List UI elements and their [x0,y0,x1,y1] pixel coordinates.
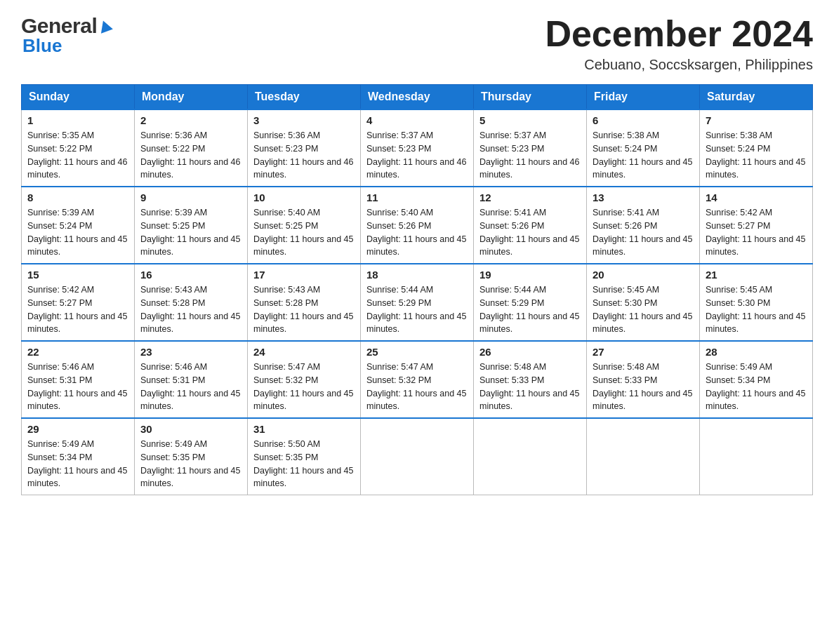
calendar-cell: 3 Sunrise: 5:36 AM Sunset: 5:23 PM Dayli… [248,109,361,187]
day-header-tuesday: Tuesday [248,85,361,110]
calendar-cell: 12 Sunrise: 5:41 AM Sunset: 5:26 PM Dayl… [474,187,587,264]
day-info: Sunrise: 5:49 AM Sunset: 5:34 PM Dayligh… [706,361,807,413]
calendar-cell: 21 Sunrise: 5:45 AM Sunset: 5:30 PM Dayl… [700,264,813,341]
day-header-monday: Monday [135,85,248,110]
calendar-cell [587,418,700,495]
day-number: 10 [253,192,355,203]
calendar-cell: 2 Sunrise: 5:36 AM Sunset: 5:22 PM Dayli… [135,109,248,187]
day-info: Sunrise: 5:44 AM Sunset: 5:29 PM Dayligh… [366,283,468,336]
calendar-cell: 5 Sunrise: 5:37 AM Sunset: 5:23 PM Dayli… [474,109,587,187]
month-title: December 2024 [545,14,813,54]
calendar-cell [700,418,813,495]
day-info: Sunrise: 5:35 AM Sunset: 5:22 PM Dayligh… [27,129,128,182]
calendar-cell: 26 Sunrise: 5:48 AM Sunset: 5:33 PM Dayl… [474,341,587,418]
day-number: 24 [253,346,355,358]
day-info: Sunrise: 5:45 AM Sunset: 5:30 PM Dayligh… [593,283,694,336]
day-number: 21 [706,269,807,281]
calendar-cell: 29 Sunrise: 5:49 AM Sunset: 5:34 PM Dayl… [22,418,135,495]
calendar-cell: 19 Sunrise: 5:44 AM Sunset: 5:29 PM Dayl… [474,264,587,341]
calendar-cell: 25 Sunrise: 5:47 AM Sunset: 5:32 PM Dayl… [361,341,474,418]
day-number: 17 [253,269,355,281]
logo-blue-text: Blue [22,35,62,57]
day-info: Sunrise: 5:45 AM Sunset: 5:30 PM Dayligh… [706,283,807,336]
day-number: 11 [366,192,468,203]
day-info: Sunrise: 5:43 AM Sunset: 5:28 PM Dayligh… [140,283,241,336]
day-number: 18 [366,269,468,281]
subtitle: Cebuano, Soccsksargen, Philippines [545,57,813,73]
day-header-thursday: Thursday [474,85,587,110]
day-info: Sunrise: 5:47 AM Sunset: 5:32 PM Dayligh… [253,361,355,413]
day-number: 9 [140,192,241,203]
day-number: 26 [479,346,581,358]
day-info: Sunrise: 5:50 AM Sunset: 5:35 PM Dayligh… [253,438,355,490]
day-number: 8 [27,192,128,203]
day-info: Sunrise: 5:49 AM Sunset: 5:35 PM Dayligh… [140,438,241,490]
day-info: Sunrise: 5:48 AM Sunset: 5:33 PM Dayligh… [593,361,694,413]
calendar-cell: 30 Sunrise: 5:49 AM Sunset: 5:35 PM Dayl… [135,418,248,495]
svg-marker-0 [98,19,113,34]
page-header: General Blue December 2024 Cebuano, Socc… [21,14,813,73]
calendar-cell: 4 Sunrise: 5:37 AM Sunset: 5:23 PM Dayli… [361,109,474,187]
day-number: 14 [706,192,807,203]
calendar-cell: 13 Sunrise: 5:41 AM Sunset: 5:26 PM Dayl… [587,187,700,264]
calendar-cell: 8 Sunrise: 5:39 AM Sunset: 5:24 PM Dayli… [22,187,135,264]
calendar-cell: 15 Sunrise: 5:42 AM Sunset: 5:27 PM Dayl… [22,264,135,341]
day-number: 20 [593,269,694,281]
calendar-cell: 6 Sunrise: 5:38 AM Sunset: 5:24 PM Dayli… [587,109,700,187]
day-number: 3 [253,114,355,126]
title-block: December 2024 Cebuano, Soccsksargen, Phi… [545,14,813,73]
day-info: Sunrise: 5:39 AM Sunset: 5:25 PM Dayligh… [140,206,241,259]
day-number: 6 [593,114,694,126]
day-info: Sunrise: 5:49 AM Sunset: 5:34 PM Dayligh… [27,438,128,490]
day-info: Sunrise: 5:36 AM Sunset: 5:22 PM Dayligh… [140,129,241,182]
day-info: Sunrise: 5:46 AM Sunset: 5:31 PM Dayligh… [27,361,128,413]
day-info: Sunrise: 5:44 AM Sunset: 5:29 PM Dayligh… [479,283,581,336]
day-info: Sunrise: 5:38 AM Sunset: 5:24 PM Dayligh… [706,129,807,182]
day-info: Sunrise: 5:40 AM Sunset: 5:25 PM Dayligh… [253,206,355,259]
day-header-sunday: Sunday [22,85,135,110]
day-info: Sunrise: 5:38 AM Sunset: 5:24 PM Dayligh… [593,129,694,182]
day-number: 29 [27,423,128,435]
day-info: Sunrise: 5:41 AM Sunset: 5:26 PM Dayligh… [593,206,694,259]
day-header-friday: Friday [587,85,700,110]
day-number: 30 [140,423,241,435]
calendar-cell: 17 Sunrise: 5:43 AM Sunset: 5:28 PM Dayl… [248,264,361,341]
day-info: Sunrise: 5:42 AM Sunset: 5:27 PM Dayligh… [706,206,807,259]
day-number: 28 [706,346,807,358]
day-number: 16 [140,269,241,281]
day-number: 19 [479,269,581,281]
day-info: Sunrise: 5:47 AM Sunset: 5:32 PM Dayligh… [366,361,468,413]
day-info: Sunrise: 5:37 AM Sunset: 5:23 PM Dayligh… [366,129,468,182]
calendar-cell [361,418,474,495]
week-row-2: 8 Sunrise: 5:39 AM Sunset: 5:24 PM Dayli… [22,187,813,264]
calendar-cell [474,418,587,495]
day-info: Sunrise: 5:39 AM Sunset: 5:24 PM Dayligh… [27,206,128,259]
calendar-cell: 16 Sunrise: 5:43 AM Sunset: 5:28 PM Dayl… [135,264,248,341]
calendar-cell: 27 Sunrise: 5:48 AM Sunset: 5:33 PM Dayl… [587,341,700,418]
week-row-1: 1 Sunrise: 5:35 AM Sunset: 5:22 PM Dayli… [22,109,813,187]
day-info: Sunrise: 5:41 AM Sunset: 5:26 PM Dayligh… [479,206,581,259]
calendar-cell: 10 Sunrise: 5:40 AM Sunset: 5:25 PM Dayl… [248,187,361,264]
day-number: 31 [253,423,355,435]
calendar-header-row: SundayMondayTuesdayWednesdayThursdayFrid… [22,85,813,110]
calendar-cell: 20 Sunrise: 5:45 AM Sunset: 5:30 PM Dayl… [587,264,700,341]
day-number: 12 [479,192,581,203]
logo-general-text: General [21,14,97,38]
day-header-saturday: Saturday [700,85,813,110]
day-info: Sunrise: 5:36 AM Sunset: 5:23 PM Dayligh… [253,129,355,182]
week-row-5: 29 Sunrise: 5:49 AM Sunset: 5:34 PM Dayl… [22,418,813,495]
day-number: 13 [593,192,694,203]
day-info: Sunrise: 5:46 AM Sunset: 5:31 PM Dayligh… [140,361,241,413]
day-info: Sunrise: 5:37 AM Sunset: 5:23 PM Dayligh… [479,129,581,182]
day-info: Sunrise: 5:48 AM Sunset: 5:33 PM Dayligh… [479,361,581,413]
calendar-cell: 24 Sunrise: 5:47 AM Sunset: 5:32 PM Dayl… [248,341,361,418]
day-number: 22 [27,346,128,358]
day-info: Sunrise: 5:43 AM Sunset: 5:28 PM Dayligh… [253,283,355,336]
day-number: 1 [27,114,128,126]
calendar-cell: 23 Sunrise: 5:46 AM Sunset: 5:31 PM Dayl… [135,341,248,418]
day-number: 15 [27,269,128,281]
week-row-4: 22 Sunrise: 5:46 AM Sunset: 5:31 PM Dayl… [22,341,813,418]
day-number: 23 [140,346,241,358]
calendar-cell: 7 Sunrise: 5:38 AM Sunset: 5:24 PM Dayli… [700,109,813,187]
calendar-cell: 14 Sunrise: 5:42 AM Sunset: 5:27 PM Dayl… [700,187,813,264]
